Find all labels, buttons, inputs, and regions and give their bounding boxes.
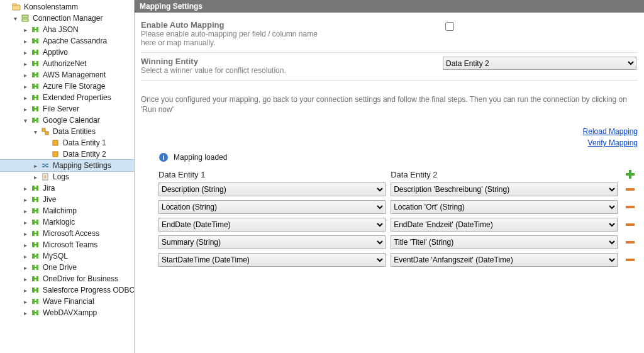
tree-connector[interactable]: ▸Wave Financial [0,296,134,307]
expander-icon[interactable]: ▸ [21,242,29,249]
verify-mapping-link[interactable]: Verify Mapping [141,137,638,148]
tree-mapping-settings[interactable]: ▸ Mapping Settings [0,160,134,171]
navigation-tree[interactable]: ▸ Konsolenstamm ▾ Connection Manager ▸Ah… [0,0,135,353]
puzzle-icon [30,70,40,80]
mapping-right-select[interactable]: Title 'Titel' (String) [391,235,618,249]
tree-data-entity-1[interactable]: ▸ Data Entity 1 [0,137,134,148]
tree-connector[interactable]: ▸Azure File Storage [0,81,134,92]
tree-connector[interactable]: ▸Apptivo [0,47,134,58]
expander-icon[interactable]: ▸ [21,83,29,90]
tree-connector[interactable]: ▸OneDrive for Business [0,273,134,284]
tree-connector[interactable]: ▸Extended Properties [0,92,134,103]
tree-data-entities[interactable]: ▾ Data Entities [0,126,134,137]
expander-icon[interactable]: ▸ [21,72,29,79]
mapping-row: Description (String)Description 'Beschre… [158,182,638,196]
expander-icon[interactable]: ▸ [21,26,29,33]
tree-connector[interactable]: ▸WebDAVXampp [0,307,134,318]
remove-mapping-button[interactable] [625,257,636,263]
reload-mapping-link[interactable]: Reload Mapping [141,126,638,137]
mapping-right-select[interactable]: Description 'Beschreibung' (String) [391,182,618,196]
tree-connector[interactable]: ▸Mailchimp [0,205,134,216]
puzzle-icon [30,274,40,284]
expander-icon[interactable]: ▸ [21,196,29,203]
expander-icon[interactable]: ▸ [21,185,29,192]
expander-icon[interactable]: ▸ [21,60,29,67]
expander-icon[interactable]: ▸ [21,298,29,305]
expander-icon[interactable]: ▸ [21,276,29,283]
mapping-left-select[interactable]: Description (String) [158,182,386,196]
expander-icon[interactable]: ▸ [31,174,39,181]
remove-mapping-button[interactable] [625,186,636,193]
tree-connector[interactable]: ▸Jira [0,182,134,194]
svg-rect-3 [22,19,28,21]
enable-auto-title: Enable Auto Mapping [141,20,443,30]
remove-mapping-button[interactable] [625,221,636,228]
add-mapping-button[interactable] [625,169,636,180]
mapping-left-select[interactable]: StartDateTime (DateTime) [158,253,386,267]
tree-cm-label: Connection Manager [33,14,103,23]
expander-icon[interactable]: ▸ [21,310,29,317]
tree-connection-manager[interactable]: ▾ Connection Manager [0,13,134,24]
svg-rect-6 [53,140,58,145]
expander-icon[interactable]: ▸ [21,287,29,294]
mapping-row: Location (String)Location 'Ort' (String) [158,200,638,214]
tree-logs[interactable]: ▸ Logs [0,171,134,182]
mapping-right-select[interactable]: EndDate 'Endzeit' (DateTime) [391,218,618,232]
expander-icon[interactable]: ▸ [21,208,29,215]
tree-connector[interactable]: ▸Microsoft Teams [0,239,134,250]
mapping-right-select[interactable]: Location 'Ort' (String) [391,200,618,214]
tree-connector[interactable]: ▸Marklogic [0,216,134,228]
mapping-left-select[interactable]: EndDate (DateTime) [158,218,386,232]
expander-icon[interactable]: ▸ [21,264,29,271]
expander-icon[interactable]: ▾ [21,117,29,124]
svg-rect-16 [626,223,635,226]
tree-connector[interactable]: ▸Salesforce Progress ODBC [0,284,134,296]
tree-mapping-settings-label: Mapping Settings [53,161,111,170]
expander-icon[interactable]: ▸ [31,162,39,169]
puzzle-icon [30,59,40,69]
expander-icon[interactable]: ▸ [21,253,29,260]
tree-connector[interactable]: ▸Aha JSON [0,24,134,35]
tree-connector[interactable]: ▸Microsoft Access [0,228,134,239]
winning-entity-title: Winning Entity [141,57,443,66]
expander-icon[interactable]: ▾ [31,128,39,135]
mapping-left-select[interactable]: Location (String) [158,200,386,214]
winning-entity-select[interactable]: Data Entity 2 [443,57,636,70]
tree-connector[interactable]: ▸AWS Management [0,69,134,81]
tree-root-label: Konsolenstamm [24,3,78,11]
puzzle-icon [30,47,40,57]
svg-rect-18 [626,259,635,261]
mapping-row: StartDateTime (DateTime)EventDate 'Anfan… [158,253,638,267]
enable-auto-desc1: Please enable auto-mapping per field / c… [141,30,443,38]
expander-icon[interactable]: ▾ [11,15,19,22]
puzzle-icon [30,308,40,318]
tree-connector-label: Jive [43,195,56,204]
expander-icon[interactable]: ▸ [21,38,29,45]
svg-rect-2 [22,15,28,18]
tree-de1-label: Data Entity 1 [63,138,106,147]
svg-rect-4 [42,128,45,132]
tree-connector[interactable]: ▸AuthorizeNet [0,58,134,69]
remove-mapping-button[interactable] [625,239,636,245]
expander-icon[interactable]: ▸ [21,219,29,226]
mapping-right-select[interactable]: EventDate 'Anfangszeit' (DateTime) [391,253,618,267]
expander-icon[interactable]: ▸ [21,49,29,56]
tree-root[interactable]: ▸ Konsolenstamm [0,1,134,13]
tree-connector[interactable]: ▸Jive [0,194,134,205]
expander-icon[interactable]: ▸ [21,230,29,237]
tree-connector[interactable]: ▸One Drive [0,262,134,273]
svg-text:i: i [162,154,164,161]
tree-connector[interactable]: ▸Apache Cassandra [0,35,134,47]
expander-icon[interactable]: ▸ [21,94,29,101]
enable-auto-checkbox[interactable] [445,22,454,31]
tree-connector[interactable]: ▸MySQL [0,250,134,262]
expander-icon[interactable]: ▸ [21,106,29,113]
tree-connector[interactable]: ▸File Server [0,103,134,115]
puzzle-icon [30,217,40,227]
remove-mapping-button[interactable] [625,204,636,210]
tree-google-calendar[interactable]: ▾ Google Calendar [0,115,134,126]
tree-data-entity-2[interactable]: ▸ Data Entity 2 [0,148,134,160]
tree-connector-label: Microsoft Access [43,229,99,238]
mapping-left-select[interactable]: Summary (String) [158,235,386,249]
tree-connector-label: Mailchimp [43,206,77,215]
